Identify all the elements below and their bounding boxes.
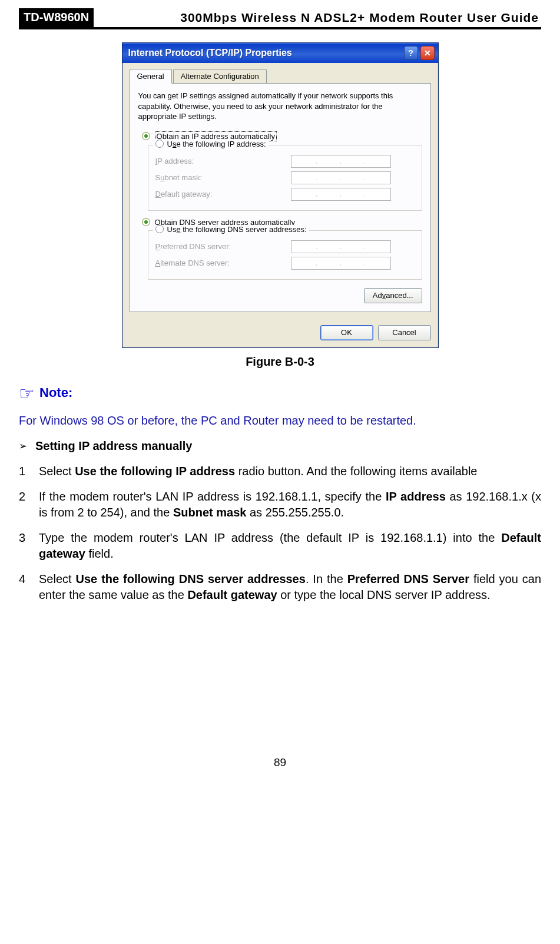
list-item: 1 Select Use the following IP address ra…: [19, 463, 541, 479]
dns-manual-group: Use the following DNS server addresses: …: [148, 230, 422, 280]
hand-point-icon: ☞: [19, 383, 35, 403]
radio-unchecked-icon[interactable]: [155, 225, 164, 233]
help-button[interactable]: ?: [404, 46, 418, 60]
advanced-button[interactable]: Advanced...: [364, 288, 422, 303]
step-number: 2: [19, 489, 39, 521]
list-item: 4 Select Use the following DNS server ad…: [19, 571, 541, 603]
tab-alternate[interactable]: Alternate Configuration: [173, 69, 267, 83]
list-item: 3 Type the modem router's LAN IP address…: [19, 530, 541, 562]
tab-general[interactable]: General: [130, 69, 172, 84]
page-number: 89: [19, 756, 541, 777]
chevron-icon: ➢: [19, 439, 27, 453]
input-preferred-dns[interactable]: ...: [291, 240, 391, 253]
radio-checked-icon: [142, 132, 150, 140]
steps-list: 1 Select Use the following IP address ra…: [19, 463, 541, 603]
ip-manual-group: Use the following IP address: IP address…: [148, 145, 422, 211]
page-header: TD-W8960N 300Mbps Wireless N ADSL2+ Mode…: [19, 8, 541, 29]
dialog-title: Internet Protocol (TCP/IP) Properties: [128, 48, 402, 58]
note-heading: ☞ Note:: [19, 383, 541, 403]
dialog-titlebar: Internet Protocol (TCP/IP) Properties ? …: [122, 43, 438, 63]
model-badge: TD-W8960N: [19, 8, 94, 27]
input-subnet-mask[interactable]: ...: [291, 171, 391, 184]
radio-checked-icon: [142, 218, 150, 226]
input-default-gateway[interactable]: ...: [291, 188, 391, 201]
radio-label-text: Use the following DNS server addresses:: [167, 225, 307, 234]
label-default-gateway: Default gateway:: [155, 190, 291, 198]
label-alternate-dns: Alternate DNS server:: [155, 259, 291, 267]
radio-unchecked-icon[interactable]: [155, 140, 164, 148]
intro-text: You can get IP settings assigned automat…: [138, 91, 422, 122]
tcpip-properties-dialog: Internet Protocol (TCP/IP) Properties ? …: [122, 42, 439, 348]
input-ip-address[interactable]: ...: [291, 155, 391, 168]
dialog-footer: OK Cancel: [122, 319, 438, 347]
figure-caption: Figure B-0-3: [19, 355, 541, 369]
section-heading: ➢ Setting IP address manually: [19, 439, 541, 453]
list-item: 2 If the modem router's LAN IP address i…: [19, 489, 541, 521]
tab-panel-general: You can get IP settings assigned automat…: [130, 83, 431, 312]
step-number: 4: [19, 571, 39, 603]
radio-label-text: Use the following IP address:: [167, 140, 266, 148]
section-title: Setting IP address manually: [35, 439, 192, 453]
note-label: Note:: [39, 385, 72, 400]
close-button[interactable]: ✕: [420, 46, 435, 60]
cancel-button[interactable]: Cancel: [378, 325, 431, 340]
step-number: 1: [19, 463, 39, 479]
label-subnet-mask: Subnet mask:: [155, 173, 291, 182]
label-ip-address: IP address:: [155, 157, 291, 165]
input-alternate-dns[interactable]: ...: [291, 257, 391, 270]
note-text: For Windows 98 OS or before, the PC and …: [19, 414, 541, 428]
step-number: 3: [19, 530, 39, 562]
tabs: General Alternate Configuration: [130, 69, 431, 84]
label-preferred-dns: Preferred DNS server:: [155, 242, 291, 251]
guide-title: 300Mbps Wireless N ADSL2+ Modem Router U…: [94, 8, 541, 27]
ok-button[interactable]: OK: [320, 325, 373, 340]
